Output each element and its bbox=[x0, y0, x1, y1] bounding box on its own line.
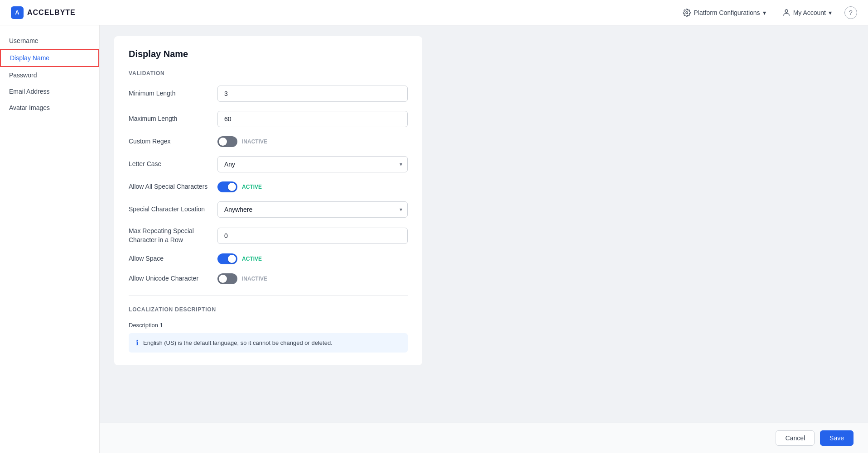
max-length-input[interactable] bbox=[217, 111, 408, 127]
special-char-location-label: Special Character Location bbox=[129, 205, 210, 214]
sidebar-item-display-name[interactable]: Display Name bbox=[0, 49, 99, 67]
allow-special-row: Allow All Special Characters ACTIVE bbox=[129, 181, 408, 192]
validation-section: VALIDATION Minimum Length Maximum Length bbox=[129, 70, 408, 284]
max-length-row: Maximum Length bbox=[129, 111, 408, 127]
allow-special-toggle[interactable] bbox=[217, 181, 237, 192]
max-repeating-input[interactable] bbox=[217, 228, 408, 244]
description-1-label: Description 1 bbox=[129, 322, 408, 329]
main-layout: Username Display Name Password Email Add… bbox=[0, 25, 868, 453]
allow-space-row: Allow Space ACTIVE bbox=[129, 253, 408, 264]
svg-point-1 bbox=[785, 10, 788, 12]
logo: A ACCELBYTE bbox=[11, 6, 76, 19]
letter-case-select[interactable]: Any Lowercase Uppercase bbox=[217, 156, 408, 172]
custom-regex-toggle[interactable] bbox=[217, 136, 237, 147]
localization-section-title: LOCALIZATION DESCRIPTION bbox=[129, 306, 408, 313]
custom-regex-status: INACTIVE bbox=[242, 138, 267, 145]
gear-icon bbox=[683, 9, 691, 17]
allow-special-label: Allow All Special Characters bbox=[129, 182, 210, 191]
logo-icon: A bbox=[11, 6, 24, 19]
allow-unicode-toggle[interactable] bbox=[217, 273, 237, 284]
sidebar-item-avatar-images[interactable]: Avatar Images bbox=[0, 100, 99, 116]
special-char-location-select[interactable]: Anywhere Middle End Start bbox=[217, 201, 408, 218]
custom-regex-control: INACTIVE bbox=[217, 136, 408, 147]
allow-unicode-row: Allow Unicode Character INACTIVE bbox=[129, 273, 408, 284]
custom-regex-row: Custom Regex INACTIVE bbox=[129, 136, 408, 147]
allow-unicode-status: INACTIVE bbox=[242, 276, 267, 282]
allow-special-control: ACTIVE bbox=[217, 181, 408, 192]
my-account-button[interactable]: My Account ▾ bbox=[779, 7, 835, 19]
letter-case-row: Letter Case Any Lowercase Uppercase ▾ bbox=[129, 156, 408, 172]
max-length-label: Maximum Length bbox=[129, 114, 210, 124]
max-repeating-control bbox=[217, 228, 408, 244]
localization-info-box: ℹ English (US) is the default language, … bbox=[129, 333, 408, 353]
content-panel: Display Name VALIDATION Minimum Length M… bbox=[114, 36, 422, 365]
special-char-location-control: Anywhere Middle End Start ▾ bbox=[217, 201, 408, 218]
letter-case-control: Any Lowercase Uppercase ▾ bbox=[217, 156, 408, 172]
sidebar: Username Display Name Password Email Add… bbox=[0, 25, 100, 453]
platform-configurations-button[interactable]: Platform Configurations ▾ bbox=[679, 7, 769, 19]
my-account-label: My Account bbox=[793, 9, 826, 16]
section-divider bbox=[129, 295, 408, 296]
allow-space-toggle[interactable] bbox=[217, 253, 237, 264]
localization-info-text: English (US) is the default language, so… bbox=[143, 339, 333, 346]
info-icon: ℹ bbox=[136, 339, 139, 347]
custom-regex-label: Custom Regex bbox=[129, 137, 210, 146]
letter-case-label: Letter Case bbox=[129, 160, 210, 169]
allow-space-label: Allow Space bbox=[129, 254, 210, 263]
min-length-label: Minimum Length bbox=[129, 89, 210, 98]
user-icon bbox=[782, 9, 791, 17]
allow-unicode-control: INACTIVE bbox=[217, 273, 408, 284]
special-char-location-row: Special Character Location Anywhere Midd… bbox=[129, 201, 408, 218]
footer-actions: Cancel Save bbox=[100, 423, 868, 453]
header: A ACCELBYTE Platform Configurations ▾ My… bbox=[0, 0, 868, 25]
logo-text: ACCELBYTE bbox=[27, 9, 76, 17]
allow-unicode-label: Allow Unicode Character bbox=[129, 274, 210, 283]
header-right: Platform Configurations ▾ My Account ▾ ? bbox=[679, 6, 857, 19]
platform-config-chevron: ▾ bbox=[763, 9, 766, 16]
allow-special-status: ACTIVE bbox=[242, 184, 262, 190]
svg-point-0 bbox=[686, 11, 688, 14]
max-repeating-label: Max Repeating Special Character in a Row bbox=[129, 227, 210, 244]
allow-space-control: ACTIVE bbox=[217, 253, 408, 264]
allow-space-status: ACTIVE bbox=[242, 256, 262, 262]
min-length-control bbox=[217, 86, 408, 102]
save-button[interactable]: Save bbox=[820, 430, 854, 446]
my-account-chevron: ▾ bbox=[829, 9, 832, 16]
sidebar-item-password[interactable]: Password bbox=[0, 67, 99, 83]
max-length-control bbox=[217, 111, 408, 127]
panel-title: Display Name bbox=[129, 49, 408, 59]
max-repeating-row: Max Repeating Special Character in a Row bbox=[129, 227, 408, 244]
cancel-button[interactable]: Cancel bbox=[776, 430, 815, 446]
help-button[interactable]: ? bbox=[844, 6, 857, 19]
localization-section: LOCALIZATION DESCRIPTION Description 1 ℹ… bbox=[129, 306, 408, 353]
content-area: Display Name VALIDATION Minimum Length M… bbox=[100, 25, 868, 453]
validation-section-title: VALIDATION bbox=[129, 70, 408, 76]
platform-configurations-label: Platform Configurations bbox=[694, 9, 760, 16]
min-length-input[interactable] bbox=[217, 86, 408, 102]
sidebar-item-username[interactable]: Username bbox=[0, 33, 99, 49]
min-length-row: Minimum Length bbox=[129, 86, 408, 102]
sidebar-item-email-address[interactable]: Email Address bbox=[0, 83, 99, 100]
